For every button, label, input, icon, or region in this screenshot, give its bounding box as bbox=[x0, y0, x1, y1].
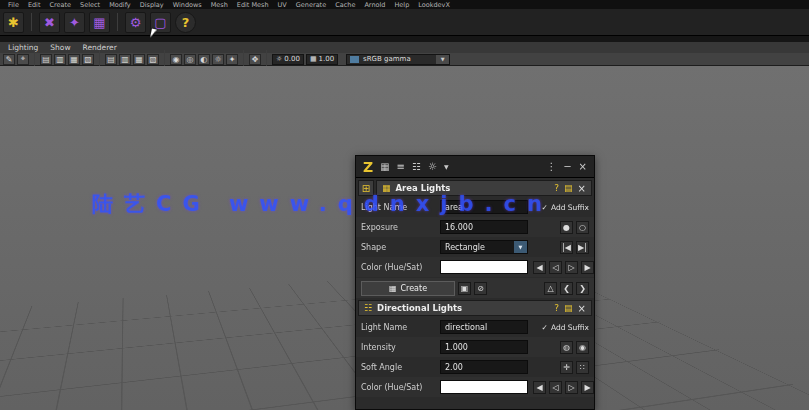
menu-edit[interactable]: Edit bbox=[28, 1, 41, 9]
skip-back-icon[interactable]: |◀ bbox=[560, 241, 573, 254]
camera-view-icon[interactable]: ◉ bbox=[170, 54, 182, 65]
layout-two-icon[interactable]: ▥ bbox=[54, 54, 66, 65]
create-icon: ▦ bbox=[389, 284, 397, 293]
arrow-left-icon[interactable]: ◁ bbox=[549, 261, 562, 274]
light-name-input[interactable]: directional bbox=[440, 320, 528, 334]
arrow-right-double-icon[interactable]: ▶ bbox=[581, 381, 594, 394]
help-icon[interactable]: ? bbox=[175, 12, 196, 33]
layout-single-icon[interactable]: ▤ bbox=[40, 54, 52, 65]
directional-lights-header-strip[interactable]: ☷ Directional Lights ? ▤ × bbox=[358, 300, 592, 316]
box-tool-icon[interactable]: ▦ bbox=[89, 12, 110, 33]
film-gate-icon[interactable]: ◎ bbox=[184, 54, 196, 65]
camera-icon[interactable]: ▣ bbox=[458, 282, 471, 295]
color-swatch[interactable] bbox=[440, 380, 528, 394]
layout-quad-icon[interactable]: ▦ bbox=[133, 54, 145, 65]
help-circle-icon[interactable]: ? bbox=[554, 183, 559, 193]
layout-four-icon[interactable]: ▦ bbox=[68, 54, 80, 65]
color-arrow-controls: ◀ ◁ ▷ ▶ bbox=[533, 261, 594, 274]
exposure-input[interactable]: 16.000 bbox=[440, 220, 528, 234]
chevron-right-icon[interactable]: ❯ bbox=[576, 282, 589, 295]
directional-light-icon: ☷ bbox=[364, 303, 372, 313]
exposure-glyph: ☼ bbox=[276, 55, 282, 63]
window-titlebar[interactable]: Z ▦ ≡ ☷ ☼ ▼ ⋮ ─ × bbox=[356, 156, 594, 178]
grid-view-icon[interactable]: ▦ bbox=[380, 161, 389, 172]
triangle-icon[interactable]: △ bbox=[544, 282, 557, 295]
menu-arnold[interactable]: Arnold bbox=[364, 1, 385, 9]
arrow-left-double-icon[interactable]: ◀ bbox=[533, 261, 546, 274]
ring-light-icon[interactable]: ○ bbox=[576, 221, 589, 234]
move-icon[interactable]: ✥ bbox=[249, 54, 261, 65]
pencil-icon[interactable]: ✎ bbox=[3, 54, 15, 65]
arrow-right-double-icon[interactable]: ▶ bbox=[581, 261, 594, 274]
help-circle-icon[interactable]: ? bbox=[554, 303, 559, 313]
panel-menu-show[interactable]: Show bbox=[50, 43, 70, 52]
squares-grid-icon[interactable]: ∷ bbox=[576, 361, 589, 374]
intensity-input[interactable]: 1.000 bbox=[440, 340, 528, 354]
lights-panel-icon[interactable]: ☷ bbox=[412, 161, 421, 172]
shape-dropdown[interactable]: Rectangle ▼ bbox=[440, 240, 528, 254]
area-lights-header-strip[interactable]: ▦ Area Lights ? ▤ × bbox=[376, 180, 592, 196]
gamma-field[interactable]: ▦ 1.00 bbox=[306, 54, 338, 65]
menu-create[interactable]: Create bbox=[49, 1, 71, 9]
exposure-label: Exposure bbox=[361, 223, 435, 232]
create-button[interactable]: ▦ Create bbox=[361, 281, 455, 296]
menu-mesh[interactable]: Mesh bbox=[211, 1, 228, 9]
bulb-filled-icon[interactable]: ◉ bbox=[576, 341, 589, 354]
target-icon[interactable]: ⌖ bbox=[17, 54, 29, 65]
menu-lookdevx[interactable]: LookdevX bbox=[418, 1, 450, 9]
menu-uv[interactable]: UV bbox=[278, 1, 287, 9]
slash-circle-icon[interactable]: ⊘ bbox=[474, 282, 487, 295]
list-view-icon[interactable]: ≡ bbox=[397, 161, 405, 172]
area-lights-add-icon[interactable]: ⊞ bbox=[358, 180, 374, 196]
expand-icon[interactable]: ✛ bbox=[560, 361, 573, 374]
menu-cache[interactable]: Cache bbox=[335, 1, 355, 9]
exposure-controls: ● ○ bbox=[533, 221, 589, 234]
cut-tool-icon[interactable]: ✖ bbox=[39, 12, 60, 33]
arrow-right-icon[interactable]: ▷ bbox=[565, 261, 578, 274]
light-name-input[interactable]: area bbox=[440, 200, 528, 214]
minimize-icon[interactable]: ─ bbox=[565, 161, 571, 172]
layout-split-icon[interactable]: ▥ bbox=[119, 54, 131, 65]
exposure-field[interactable]: ☼ 0.00 bbox=[272, 54, 304, 65]
palette-icon[interactable]: ▤ bbox=[564, 183, 573, 193]
gear-icon[interactable]: ⚙ bbox=[125, 12, 146, 33]
add-suffix-checkbox[interactable]: ✓ Add Suffix bbox=[542, 323, 589, 332]
add-suffix-checkbox[interactable]: ✓ Add Suffix bbox=[542, 203, 589, 212]
skip-forward-icon[interactable]: ▶| bbox=[576, 241, 589, 254]
arrow-right-icon[interactable]: ▷ bbox=[565, 381, 578, 394]
menu-windows[interactable]: Windows bbox=[173, 1, 202, 9]
disc-light-icon[interactable]: ● bbox=[560, 221, 573, 234]
section-close-icon[interactable]: × bbox=[578, 183, 586, 194]
titlebar-controls: ⋮ ─ × bbox=[547, 161, 587, 172]
globe-icon[interactable]: ◐ bbox=[198, 54, 210, 65]
layout-hyper-icon[interactable]: ▧ bbox=[147, 54, 159, 65]
bulb-outline-icon[interactable]: ◍ bbox=[560, 341, 573, 354]
menu-select[interactable]: Select bbox=[80, 1, 100, 9]
menu-help[interactable]: Help bbox=[394, 1, 409, 9]
menu-display[interactable]: Display bbox=[140, 1, 164, 9]
section-close-icon[interactable]: × bbox=[578, 303, 586, 314]
color-swatch[interactable] bbox=[440, 260, 528, 274]
mouse-cursor bbox=[150, 29, 157, 39]
chevron-down-icon[interactable]: ▼ bbox=[444, 163, 449, 170]
soft-angle-input[interactable]: 2.00 bbox=[440, 360, 528, 374]
color-space-dropdown[interactable]: sRGB gamma ▼ bbox=[346, 54, 450, 65]
area-light-name-row: Light Name area ✓ Add Suffix bbox=[356, 197, 594, 217]
spark-tool-icon[interactable]: ✦ bbox=[64, 12, 85, 33]
lighting-icon[interactable]: ☼ bbox=[212, 54, 224, 65]
lamp-icon[interactable]: ☼ bbox=[428, 161, 437, 172]
menu-file[interactable]: File bbox=[8, 1, 19, 9]
kebab-menu-icon[interactable]: ⋮ bbox=[547, 161, 557, 172]
close-icon[interactable]: × bbox=[579, 161, 587, 172]
menu-edit-mesh[interactable]: Edit Mesh bbox=[237, 1, 269, 9]
chevron-left-icon[interactable]: ❮ bbox=[560, 282, 573, 295]
arrow-left-double-icon[interactable]: ◀ bbox=[533, 381, 546, 394]
layout-outliner-icon[interactable]: ▧ bbox=[82, 54, 94, 65]
menu-generate[interactable]: Generate bbox=[296, 1, 326, 9]
menu-modify[interactable]: Modify bbox=[109, 1, 131, 9]
shading-icon[interactable]: ✦ bbox=[226, 54, 238, 65]
layout-persp-icon[interactable]: ▤ bbox=[105, 54, 117, 65]
star-icon[interactable]: ✱ bbox=[3, 12, 24, 33]
palette-icon[interactable]: ▤ bbox=[564, 303, 573, 313]
arrow-left-icon[interactable]: ◁ bbox=[549, 381, 562, 394]
